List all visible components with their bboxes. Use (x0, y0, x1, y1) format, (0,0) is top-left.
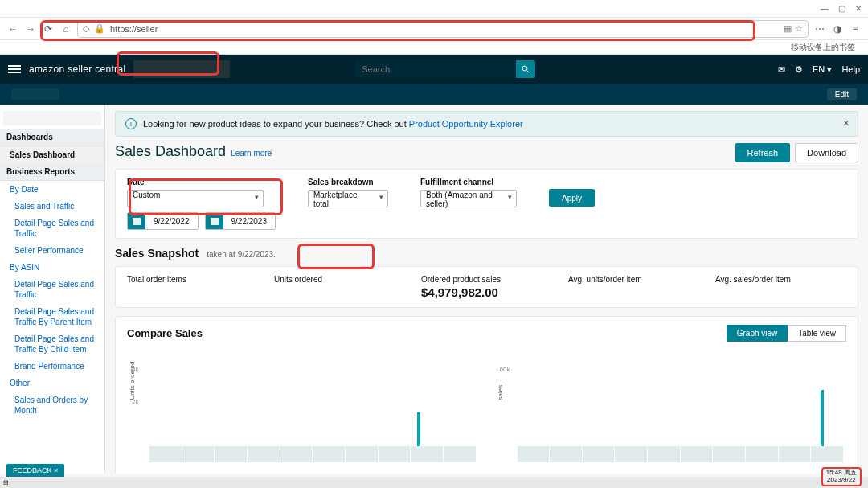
lang-selector[interactable]: EN ▾ (813, 64, 832, 75)
metric-avg-sales: Avg. sales/order item (707, 272, 854, 302)
compare-title: Compare Sales (127, 327, 203, 339)
logo[interactable]: amazon seller central (29, 64, 125, 75)
banner-link[interactable]: Product Opportunity Explorer (409, 119, 523, 129)
date-label: Date (127, 178, 276, 187)
metric-total-items: Total order items (119, 272, 266, 302)
search-input[interactable] (355, 60, 516, 78)
shield-icon: ◇ (83, 23, 89, 34)
address-bar-row: ← → ⟳ ⌂ ◇ 🔒 https://seller ▦ ☆ ⋯ ◑ ≡ (0, 18, 868, 40)
header-search (355, 60, 535, 78)
sidebar-item-detail-sales-traffic[interactable]: Detail Page Sales and Traffic (0, 215, 104, 242)
learn-more-link[interactable]: Learn more (231, 149, 272, 158)
extensions-icon[interactable]: ⋯ (813, 23, 826, 35)
menu-icon[interactable]: ≡ (849, 23, 862, 35)
feedback-tab[interactable]: FEEDBACK × (6, 464, 64, 477)
snapshot-card: Total order items Units ordered Ordered … (115, 266, 858, 308)
gear-icon[interactable]: ⚙ (795, 64, 803, 75)
breakdown-label: Sales breakdown (308, 178, 388, 187)
sidebar-by-date: By Date (0, 181, 104, 198)
forward-icon[interactable]: → (24, 23, 37, 35)
snapshot-timestamp: taken at 9/22/2023. (207, 250, 276, 259)
qr-icon[interactable]: ▦ (784, 23, 792, 34)
chart-units: Units ordered 3k 2k (127, 356, 479, 469)
store-selector[interactable] (133, 60, 230, 78)
graph-view-tab[interactable]: Graph view (727, 325, 788, 342)
metric-units: Units ordered (266, 272, 413, 302)
sidebar-business-reports-header[interactable]: Business Reports (0, 163, 104, 181)
address-bar[interactable]: ◇ 🔒 https://seller ▦ ☆ (77, 20, 809, 38)
page-title: Sales Dashboard (115, 143, 226, 160)
channel-select[interactable]: Both (Amazon and seller) (420, 190, 517, 207)
sidebar-other: Other (0, 375, 104, 392)
mobile-bookmarks-link[interactable]: 移动设备上的书签 (791, 42, 855, 53)
svg-point-0 (522, 66, 527, 71)
home-icon[interactable]: ⌂ (59, 23, 72, 35)
refresh-button[interactable]: Refresh (735, 143, 791, 162)
lock-icon: 🔒 (94, 23, 105, 34)
search-button[interactable] (516, 60, 535, 78)
calendar-icon (206, 213, 223, 229)
content-area: i Looking for new product ideas to expan… (105, 105, 868, 474)
sidebar-item-asin-child[interactable]: Detail Page Sales and Traffic By Child I… (0, 330, 104, 358)
start-icon[interactable]: ⊞ (3, 479, 9, 486)
date-preset-select[interactable]: Custom (127, 190, 264, 207)
chart-bar (821, 390, 824, 453)
chart-sales: sales 60k (495, 356, 847, 469)
sidebar-item-asin-parent[interactable]: Detail Page Sales and Traffic By Parent … (0, 303, 104, 330)
window-titlebar: — ▢ ✕ (0, 0, 868, 18)
sidebar-item-orders-month[interactable]: Sales and Orders by Month (0, 392, 104, 419)
info-icon: i (125, 118, 137, 129)
download-button[interactable]: Download (795, 143, 858, 162)
svg-rect-4 (211, 218, 219, 225)
breakdown-select[interactable]: Marketplace total (308, 190, 388, 207)
bookmark-star-icon[interactable]: ☆ (795, 23, 803, 34)
sub-header: Edit (0, 84, 868, 105)
taskbar: ⊞ (0, 477, 868, 488)
metric-avg-units: Avg. units/order item (560, 272, 707, 302)
date-from-input[interactable]: 9/22/2022 (127, 212, 199, 230)
hamburger-icon[interactable] (8, 65, 21, 73)
filters-card: Date Custom 9/22/2022 9/22/2023 (115, 169, 858, 239)
info-banner: i Looking for new product ideas to expan… (115, 111, 858, 137)
edit-button[interactable]: Edit (827, 88, 857, 100)
snapshot-title: Sales Snapshot (115, 247, 199, 260)
sidebar-item-brand-perf[interactable]: Brand Performance (0, 358, 104, 375)
calendar-icon (128, 213, 145, 229)
banner-close-icon[interactable]: × (843, 117, 850, 129)
sidebar-dashboards-header[interactable]: Dashboards (0, 129, 104, 146)
compare-card: Compare Sales Graph view Table view Unit… (115, 316, 858, 474)
apply-button[interactable]: Apply (549, 189, 595, 207)
url-text: https://seller (110, 24, 158, 34)
sub-placeholder (11, 88, 59, 100)
chart-sales-ylabel: sales (496, 385, 503, 400)
sidebar-item-asin-detail[interactable]: Detail Page Sales and Traffic (0, 276, 104, 303)
sidebar-item-sales-dashboard[interactable]: Sales Dashboard (0, 146, 104, 163)
seller-central-header: amazon seller central ✉ ⚙ EN ▾ Help (0, 55, 868, 84)
sidebar-by-asin: By ASIN (0, 259, 104, 276)
svg-rect-3 (133, 218, 141, 219)
max-icon[interactable]: ▢ (838, 4, 845, 13)
help-link[interactable]: Help (841, 64, 860, 74)
min-icon[interactable]: — (821, 4, 829, 13)
date-to-input[interactable]: 9/22/2023 (205, 212, 276, 230)
system-clock: 15:48 周五 2023/9/22 (821, 467, 862, 486)
reload-icon[interactable]: ⟳ (42, 23, 55, 35)
account-icon[interactable]: ◑ (831, 23, 844, 35)
bookmarks-bar: 移动设备上的书签 (0, 40, 868, 55)
metric-ordered-product-sales: Ordered product sales$4,979,982.00 (413, 272, 560, 302)
sidebar-redacted (3, 111, 101, 125)
search-icon (521, 64, 530, 74)
table-view-tab[interactable]: Table view (788, 325, 846, 342)
channel-label: Fulfillment channel (420, 178, 517, 187)
sidebar-item-sales-traffic[interactable]: Sales and Traffic (0, 198, 104, 215)
sidebar-item-seller-performance[interactable]: Seller Performance (0, 242, 104, 259)
banner-text: Looking for new product ideas to expand … (143, 119, 409, 129)
close-window-icon[interactable]: ✕ (855, 4, 862, 13)
back-icon[interactable]: ← (6, 23, 19, 35)
svg-line-1 (527, 71, 530, 73)
mail-icon[interactable]: ✉ (778, 64, 785, 75)
sidebar: Dashboards Sales Dashboard Business Repo… (0, 105, 105, 474)
view-toggle: Graph view Table view (727, 325, 846, 342)
